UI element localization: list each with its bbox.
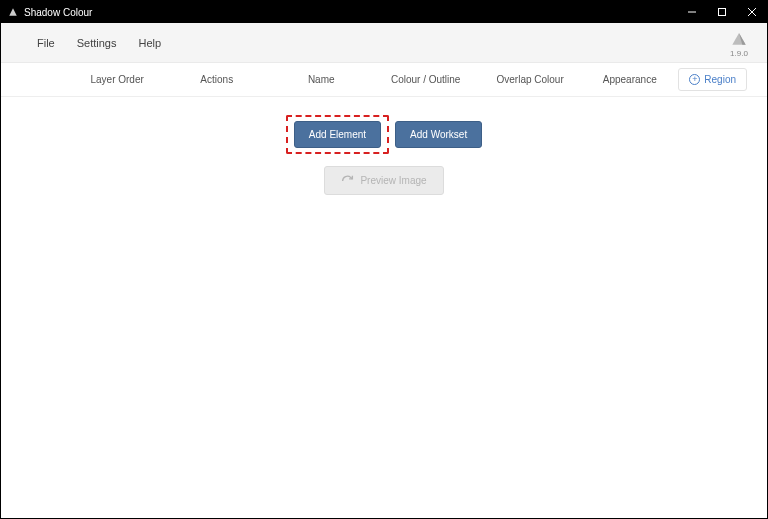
minimize-button[interactable] <box>677 1 707 23</box>
version-label: 1.9.0 <box>730 49 748 58</box>
main-content: Add Element Add Workset Preview Image <box>1 97 767 213</box>
region-button[interactable]: + Region <box>678 68 747 91</box>
maximize-button[interactable] <box>707 1 737 23</box>
window-title: Shadow Colour <box>24 7 92 18</box>
close-button[interactable] <box>737 1 767 23</box>
window-controls <box>677 1 767 23</box>
app-icon <box>7 6 19 18</box>
menu-help[interactable]: Help <box>138 37 161 49</box>
preview-image-button[interactable]: Preview Image <box>324 166 443 195</box>
col-header-overlap-colour: Overlap Colour <box>479 74 581 85</box>
add-workset-button[interactable]: Add Workset <box>395 121 482 148</box>
plus-circle-icon: + <box>689 74 700 85</box>
refresh-icon <box>341 174 354 187</box>
col-header-appearance: Appearance <box>581 74 678 85</box>
svg-rect-1 <box>719 9 726 16</box>
column-header-row: Layer Order Actions Name Colour / Outlin… <box>1 63 767 97</box>
preview-image-label: Preview Image <box>360 175 426 186</box>
highlight-annotation: Add Element <box>286 115 389 154</box>
menu-file[interactable]: File <box>37 37 55 49</box>
menu-settings[interactable]: Settings <box>77 37 117 49</box>
menu-bar: File Settings Help 1.9.0 <box>1 23 767 63</box>
col-header-name: Name <box>270 74 372 85</box>
logo-icon <box>729 28 749 48</box>
col-header-colour-outline: Colour / Outline <box>372 74 479 85</box>
app-logo-box: 1.9.0 <box>729 28 749 58</box>
col-header-layer-order: Layer Order <box>71 74 163 85</box>
add-element-button[interactable]: Add Element <box>294 121 381 148</box>
col-header-actions: Actions <box>163 74 270 85</box>
region-button-label: Region <box>704 74 736 85</box>
window-titlebar: Shadow Colour <box>1 1 767 23</box>
